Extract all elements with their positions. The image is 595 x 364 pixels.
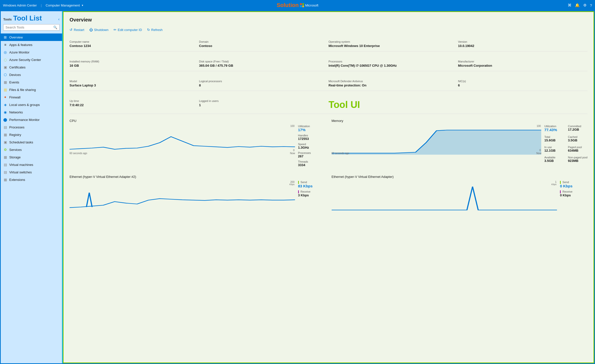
memory-cached-stat: Cached 3.5GB — [568, 135, 587, 142]
gear-icon[interactable]: ⚙ — [583, 3, 586, 7]
disk-cell: Disk space (Free / Total) 365.04 GB / 47… — [199, 57, 329, 71]
eth1-title: Ethernet (hyper-V Virtual Ethernet Adapt… — [70, 175, 326, 179]
receive-bar-icon — [298, 190, 299, 193]
sidebar-label-vswitches: Virtual switches — [9, 170, 32, 174]
ram-label: Installed memory (RAM) — [70, 60, 195, 63]
logged-cell: Logged in users 1 — [199, 97, 329, 114]
cpu-chart-wrapper: 100 0 60 seconds ago Now Utilization — [70, 125, 326, 169]
sidebar-item-extensions[interactable]: ▦Extensions — [1, 176, 62, 183]
cpu-axis-top: 100 — [290, 125, 295, 127]
sidebar-item-azure-monitor[interactable]: ◎Azure Monitor — [1, 48, 62, 56]
dropdown-icon[interactable]: ▾ — [82, 4, 83, 7]
cpu-processes-label: Processes — [298, 151, 326, 154]
version-cell: Version 10.0.19042 — [458, 38, 587, 51]
context-label[interactable]: Computer Management — [46, 3, 80, 7]
computer-name-value: Contoso 1234 — [70, 44, 195, 48]
eth1-send-value: 83 Kbps — [298, 184, 326, 188]
toolbar: ↺ Restart ⏻ Shutdown ✏ Edit computer ID … — [70, 27, 587, 33]
memory-axis-bottom: 0 — [539, 149, 541, 152]
cpu-label-left: 60 seconds ago — [70, 152, 87, 155]
sidebar-item-local-users[interactable]: ◈Local users & groups — [1, 101, 62, 108]
cpu-handles-label: Handles — [298, 134, 326, 137]
sidebar-label-overview: Overview — [9, 35, 23, 39]
sidebar-tools-label: Tools — [3, 17, 12, 21]
memory-axis-top: 100 — [537, 125, 541, 127]
sidebar-item-files[interactable]: ▥Files & file sharing — [1, 86, 62, 93]
cpu-axis-bottom: 0 — [293, 149, 295, 152]
sidebar-icon-devices: ⬡ — [3, 73, 7, 77]
restart-button[interactable]: ↺ Restart — [70, 27, 84, 33]
sidebar-label-services: Services — [9, 148, 22, 152]
defender-value: Real-time protection: On — [329, 83, 454, 87]
cpu-graph: 100 0 60 seconds ago Now — [70, 125, 295, 155]
processors-cell: Processors Intel(R) Core(TM) i7-1065G7 C… — [329, 57, 458, 71]
os-label: Operating system — [329, 40, 454, 43]
memory-graph: 100 0 60 seconds ago Now — [332, 125, 541, 155]
memory-title: Memory — [332, 119, 588, 123]
ram-value: 16 GB — [70, 64, 195, 67]
sidebar-icon-azure-security: ◌ — [3, 58, 7, 62]
shutdown-button[interactable]: ⏻ Shutdown — [89, 27, 109, 33]
sidebar-collapse-button[interactable]: ‹ — [58, 17, 60, 21]
ms-logo-icon — [300, 3, 304, 7]
defender-label: Microsoft Defender Antivirus — [329, 80, 454, 83]
ms-sq-red — [300, 3, 302, 5]
cpu-speed-label: Speed — [298, 143, 326, 146]
network-row: Ethernet (hyper-V Virtual Ethernet Adapt… — [70, 175, 587, 211]
model-value: Surface Laptop 3 — [70, 83, 195, 87]
eth2-chart-wrapper: 1 Kbps Send 0 Kbps — [332, 181, 588, 211]
send-bar-icon — [298, 181, 299, 184]
search-input[interactable] — [6, 25, 53, 29]
search-box[interactable]: 🔍 — [3, 24, 60, 30]
ram-cell: Installed memory (RAM) 16 GB — [70, 57, 199, 71]
sidebar-item-overview[interactable]: ⊞Overview — [1, 33, 62, 41]
eth2-send-value: 0 Kbps — [560, 184, 587, 188]
bell-icon[interactable]: 🔔 — [575, 3, 580, 7]
eth2-title: Ethernet (hyper-V Virtual Ethernet Adapt… — [332, 175, 588, 179]
refresh-button[interactable]: ↻ Refresh — [147, 27, 163, 33]
eth2-receive-value: 0 Kbps — [560, 193, 587, 197]
sidebar-item-azure-security[interactable]: ◌Azure Security Center — [1, 56, 62, 63]
terminal-icon[interactable]: ⌘ — [568, 3, 571, 7]
edit-id-button[interactable]: ✏ Edit computer ID — [114, 27, 142, 33]
restart-icon: ↺ — [70, 28, 73, 32]
sidebar-label-registry: Registry — [9, 133, 21, 137]
eth2-stats: Send 0 Kbps Receive 0 Kbps — [560, 181, 587, 199]
sidebar-item-events[interactable]: ▦Events — [1, 78, 62, 86]
memory-inuse-stat: In use 12.1GB — [544, 146, 564, 152]
charts-row-1: CPU 100 0 60 seconds ago Now — [70, 119, 587, 169]
sidebar-item-devices[interactable]: ⬡Devices — [1, 71, 62, 78]
help-icon[interactable]: ? — [590, 3, 592, 7]
sidebar-item-perf-monitor[interactable]: ⬤Performance Monitor — [1, 116, 62, 123]
sidebar-item-processes[interactable]: ▤Processes — [1, 123, 62, 131]
sidebar-item-certificates[interactable]: ▣Certificates — [1, 63, 62, 71]
sidebar-item-services[interactable]: ⚙Services — [1, 146, 62, 153]
logical-proc-cell: Logical processors 8 — [199, 77, 329, 91]
sidebar-label-networks: Networks — [9, 110, 23, 114]
topbar: Windows Admin Center | Computer Manageme… — [0, 0, 595, 10]
sidebar-label-devices: Devices — [9, 73, 21, 77]
page-title: Overview — [70, 17, 587, 23]
info-grid-row3: Model Surface Laptop 3 Logical processor… — [70, 77, 587, 91]
memory-chart: Memory 100 0 60 seconds ago Now — [332, 119, 588, 169]
disk-value: 365.04 GB / 475.79 GB — [199, 64, 325, 67]
uptime-value: 7:0:40:22 — [70, 103, 195, 107]
sidebar-item-firewall[interactable]: ✦Firewall — [1, 93, 62, 101]
sidebar-item-registry[interactable]: ▦Registry — [1, 131, 62, 138]
sidebar-item-storage[interactable]: ▦Storage — [1, 153, 62, 161]
sidebar-icon-apps: ≡ — [3, 43, 7, 47]
sidebar-item-vm[interactable]: ▤Virtual machines — [1, 161, 62, 168]
content-area: Overview ↺ Restart ⏻ Shutdown ✏ Edit com… — [63, 11, 594, 363]
sidebar-icon-vswitches: ▤ — [3, 170, 7, 174]
sidebar-item-scheduled[interactable]: ▣Scheduled tasks — [1, 138, 62, 146]
empty-cell-2 — [458, 97, 587, 114]
eth2-axis-unit: Kbps — [551, 183, 556, 186]
memory-nonpaged-value: 923MB — [568, 159, 587, 163]
sidebar-icon-perf-monitor: ⬤ — [3, 118, 7, 122]
topbar-divider: | — [41, 3, 42, 7]
sidebar-item-networks[interactable]: ◉Networks — [1, 108, 62, 116]
sidebar-item-apps[interactable]: ≡Apps & features — [1, 41, 62, 48]
sidebar-item-vswitches[interactable]: ▤Virtual switches — [1, 168, 62, 176]
manufacturer-cell: Manufacturer Microsoft Corporation — [458, 57, 587, 71]
solution-title: Solution — [277, 2, 299, 8]
